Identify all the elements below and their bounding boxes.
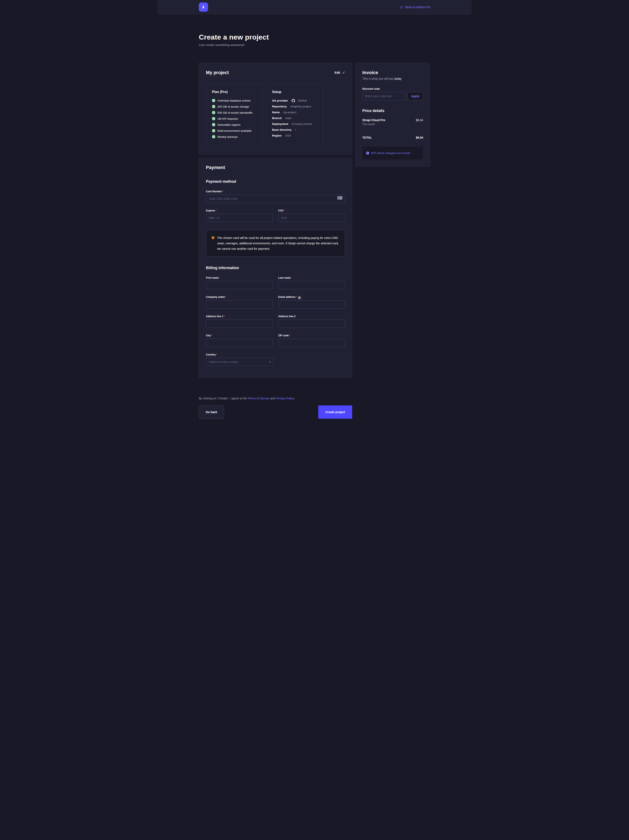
- required-marker: *: [225, 295, 226, 298]
- card-usage-warning-text: The chosen card will be used for all pro…: [217, 235, 339, 251]
- setup-title: Setup: [272, 90, 317, 94]
- setup-row-branch: Branch main: [272, 117, 317, 120]
- check-icon: ✓: [212, 105, 215, 108]
- country-select[interactable]: Select or enter a value ▼: [206, 358, 274, 366]
- agreement-text: By clicking on "Create", I agree to the …: [199, 397, 352, 400]
- terms-of-service-link[interactable]: Terms of Service: [248, 397, 270, 400]
- required-marker: *: [224, 315, 225, 318]
- line-item-amount: $8.04: [416, 118, 423, 126]
- back-to-projects-link[interactable]: Back to projects list: [400, 5, 430, 9]
- apply-discount-button[interactable]: Apply: [407, 92, 423, 100]
- line-item-name: Strapi Cloud Pro: [363, 118, 385, 122]
- check-icon: ✓: [212, 123, 215, 126]
- plan-feature-label: Unlimited database entries: [218, 99, 251, 102]
- card-number-input[interactable]: [206, 194, 345, 203]
- invoice-subtitle: This is what you will pay today: [363, 77, 423, 81]
- page-title: Create a new project: [199, 33, 430, 41]
- discount-code-input[interactable]: [363, 92, 406, 100]
- pencil-icon: [342, 71, 345, 74]
- page-subtitle: Lets create something awesome!: [199, 43, 430, 47]
- plan-feature: ✓ Multi-environment available: [212, 129, 257, 133]
- plan-feature-label: 1M API requests: [218, 117, 238, 120]
- expires-input[interactable]: [206, 214, 273, 222]
- required-marker: *: [222, 190, 223, 193]
- total-label: TOTAL: [363, 136, 372, 139]
- line-item-period: This month: [363, 123, 385, 126]
- app-header: Back to projects list: [157, 0, 472, 14]
- plan-feature: ✓ Unlimited database entries: [212, 99, 257, 102]
- create-project-button[interactable]: Create project: [318, 406, 352, 419]
- city-input[interactable]: [206, 339, 273, 347]
- invoice-total-row: TOTAL $8.04: [363, 131, 423, 139]
- check-icon: ✓: [212, 117, 215, 120]
- plan-feature: ✓ 1M API requests: [212, 117, 257, 120]
- city-label: City*: [206, 334, 273, 337]
- return-arrow-icon: [400, 6, 403, 9]
- check-icon: ✓: [212, 135, 215, 138]
- card-number-label: Card Number*: [206, 190, 345, 193]
- company-name-label: Company name*: [206, 295, 273, 298]
- setup-row-region: Region USA: [272, 134, 317, 137]
- address-line2-input[interactable]: [278, 319, 345, 328]
- plan-feature: ✓ 500 GB of assets bandwidth: [212, 111, 257, 114]
- plan-feature: ✓ 250 GB of assets storage: [212, 105, 257, 108]
- credit-card-icon: [337, 196, 342, 200]
- next-month-notice: i $75 will be charged next month.: [363, 147, 423, 159]
- company-name-input[interactable]: [206, 300, 273, 308]
- chevron-down-icon: ▼: [269, 361, 271, 363]
- setup-card: Setup Git provider GitHub: [266, 84, 323, 148]
- zip-code-input[interactable]: [278, 339, 345, 347]
- first-name-input[interactable]: [206, 281, 273, 289]
- last-name-label: Last name: [278, 276, 345, 279]
- address-line1-label: Address line 1*: [206, 315, 273, 318]
- email-info-icon: i: [298, 296, 301, 299]
- plan-feature-list: ✓ Unlimited database entries ✓ 250 GB of…: [212, 99, 257, 138]
- invoice-card: Invoice This is what you will pay today …: [355, 63, 430, 166]
- required-marker: *: [216, 353, 217, 356]
- setup-row-deployment: Deployment At every commit: [272, 122, 317, 125]
- github-icon: [292, 99, 295, 103]
- payment-card: Payment Payment method Card Number*: [199, 158, 352, 378]
- email-input[interactable]: [278, 300, 345, 309]
- email-label: Email address*i: [278, 295, 345, 298]
- zip-code-label: ZIP code*: [278, 334, 345, 337]
- go-back-button[interactable]: Go back: [199, 406, 224, 419]
- expires-label: Expires*: [206, 209, 273, 212]
- total-amount: $8.04: [416, 136, 423, 139]
- plan-feature: ✓ Selectable regions: [212, 123, 257, 126]
- lightning-bolt-icon: [201, 5, 206, 9]
- my-project-card: My project Edit Plan (Pro): [199, 63, 352, 155]
- cvc-label: CVC*: [278, 209, 345, 212]
- price-details-heading: Price details: [363, 109, 423, 113]
- price-line-item: Strapi Cloud Pro This month $8.04: [363, 118, 423, 126]
- card-usage-warning: ! The chosen card will be used for all p…: [206, 230, 345, 257]
- payment-method-heading: Payment method: [206, 179, 345, 184]
- warning-icon: !: [211, 236, 214, 239]
- cvc-input[interactable]: [278, 214, 345, 222]
- setup-row-repository: Repository strapi/my-project: [272, 105, 317, 108]
- setup-list: Git provider GitHub Repository: [272, 99, 317, 137]
- info-icon: i: [366, 152, 369, 155]
- plan-feature-label: Weekly backups: [218, 135, 238, 138]
- payment-title: Payment: [206, 165, 345, 170]
- discount-code-label: Discount code: [363, 87, 423, 90]
- privacy-policy-link[interactable]: Privacy Policy: [276, 397, 294, 400]
- plan-title: Plan (Pro): [212, 90, 257, 94]
- first-name-label: First name: [206, 276, 273, 279]
- invoice-title: Invoice: [363, 70, 423, 75]
- check-icon: ✓: [212, 99, 215, 102]
- address-line2-label: Address line 2: [278, 315, 345, 318]
- plan-feature: ✓ Weekly backups: [212, 135, 257, 138]
- required-marker: *: [284, 209, 285, 212]
- plan-feature-label: Selectable regions: [218, 123, 240, 126]
- last-name-input[interactable]: [278, 281, 345, 289]
- required-marker: *: [289, 334, 290, 337]
- edit-button[interactable]: Edit: [335, 71, 345, 74]
- edit-button-label: Edit: [335, 71, 340, 74]
- next-month-notice-text: $75 will be charged next month.: [371, 152, 411, 155]
- plan-feature-label: 250 GB of assets storage: [218, 105, 249, 108]
- address-line1-input[interactable]: [206, 319, 273, 328]
- country-select-placeholder: Select or enter a value: [209, 360, 238, 363]
- country-label: Country*: [206, 353, 345, 356]
- plan-feature-label: Multi-environment available: [218, 129, 251, 133]
